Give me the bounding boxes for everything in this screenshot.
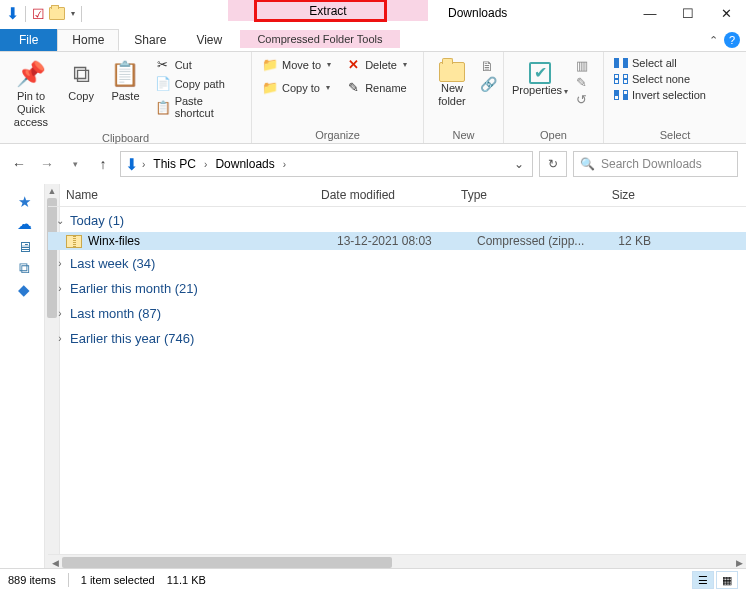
quick-access-toolbar: ⬇ ☑ ▾ (0, 0, 88, 27)
details-view-button[interactable]: ☰ (692, 571, 714, 589)
select-none-button[interactable]: Select none (610, 72, 710, 86)
nav-item-onedrive[interactable]: ☁ (4, 214, 44, 234)
new-folder-button[interactable]: New folder (430, 56, 474, 108)
navigation-pane[interactable]: ★ ☁ 🖥 ⧉ ◆ (0, 184, 48, 570)
breadcrumb-downloads[interactable]: Downloads (211, 157, 278, 171)
address-bar[interactable]: ⬇ › This PC › Downloads › ⌄ (120, 151, 533, 177)
paste-button[interactable]: 📋 Paste (106, 56, 144, 103)
file-type: Compressed (zipp... (477, 234, 595, 248)
group-select: Select all Select none Invert selection … (604, 52, 746, 143)
copy-path-icon: 📄 (155, 76, 171, 91)
tab-share[interactable]: Share (119, 29, 181, 51)
chevron-right-icon[interactable]: › (140, 159, 147, 170)
tab-home[interactable]: Home (57, 29, 119, 51)
folder-move-icon: 📁 (262, 57, 278, 72)
tab-file[interactable]: File (0, 29, 57, 51)
tab-view[interactable]: View (181, 29, 237, 51)
qat-dropdown-icon[interactable]: ▾ (71, 9, 75, 18)
checkmark-icon: ✔ (529, 62, 551, 84)
group-organize: 📁Move to▾ 📁Copy to▾ ✕Delete▾ ✎Rename Org… (252, 52, 424, 143)
chevron-down-icon: ▾ (403, 60, 407, 69)
invert-selection-icon (614, 90, 628, 100)
edit-icon[interactable]: ✎ (576, 75, 588, 90)
collapse-ribbon-icon[interactable]: ⌃ (709, 34, 718, 47)
group-last-month[interactable]: ›Last month (87) (48, 300, 746, 325)
move-to-button[interactable]: 📁Move to▾ (258, 56, 335, 73)
nav-item-this-pc[interactable]: 🖥 (4, 236, 44, 256)
scrollbar-thumb[interactable] (62, 557, 392, 568)
pin-to-quick-access-button[interactable]: 📌 Pin to Quick access (6, 56, 56, 130)
address-dropdown-icon[interactable]: ⌄ (510, 157, 528, 171)
chevron-down-icon: ▾ (327, 60, 331, 69)
downloads-icon: ⬇ (125, 155, 138, 174)
group-today[interactable]: ⌄Today (1) (48, 207, 746, 232)
extract-tab[interactable]: Extract (228, 2, 428, 19)
group-label-organize: Organize (258, 127, 417, 141)
copy-to-button[interactable]: 📁Copy to▾ (258, 79, 335, 96)
breadcrumb-this-pc[interactable]: This PC (149, 157, 200, 171)
delete-button[interactable]: ✕Delete▾ (341, 56, 411, 73)
down-arrow-icon[interactable]: ⬇ (6, 4, 19, 23)
chevron-right-icon[interactable]: › (281, 159, 288, 170)
column-date[interactable]: Date modified (321, 188, 461, 202)
cut-button[interactable]: ✂Cut (151, 56, 245, 73)
separator (81, 6, 82, 22)
file-date: 13-12-2021 08:03 (337, 234, 477, 248)
minimize-button[interactable]: — (632, 2, 668, 24)
maximize-button[interactable]: ☐ (670, 2, 706, 24)
properties-button[interactable]: ✔ Properties▾ (510, 56, 570, 97)
ribbon-right-controls: ⌃ ? (709, 32, 740, 48)
chevron-right-icon[interactable]: › (202, 159, 209, 170)
search-placeholder: Search Downloads (601, 157, 702, 171)
nav-item[interactable]: ◆ (4, 280, 44, 300)
nav-item-quick-access[interactable]: ★ (4, 192, 44, 212)
status-item-count: 889 items (8, 574, 56, 586)
refresh-button[interactable]: ↻ (539, 151, 567, 177)
properties-qat-icon[interactable]: ☑ (32, 6, 45, 22)
search-box[interactable]: 🔍 Search Downloads (573, 151, 738, 177)
ribbon-tabs: File Home Share View Compressed Folder T… (0, 30, 746, 52)
chevron-down-icon: ▾ (564, 87, 568, 96)
copy-path-button[interactable]: 📄Copy path (151, 75, 245, 92)
shortcut-icon: 📋 (155, 100, 171, 115)
chevron-right-icon: › (54, 283, 66, 294)
chevron-right-icon: › (54, 258, 66, 269)
up-button[interactable]: ↑ (92, 153, 114, 175)
large-icons-view-button[interactable]: ▦ (716, 571, 738, 589)
forward-button: → (36, 153, 58, 175)
recent-locations-dropdown[interactable]: ▾ (64, 153, 86, 175)
status-selected-size: 11.1 KB (167, 574, 206, 586)
group-label-open: Open (510, 127, 597, 141)
column-type[interactable]: Type (461, 188, 579, 202)
close-button[interactable]: ✕ (708, 2, 744, 24)
file-row-selected[interactable]: Winx-files 13-12-2021 08:03 Compressed (… (48, 232, 746, 250)
select-all-button[interactable]: Select all (610, 56, 710, 70)
column-name[interactable]: Name (66, 188, 321, 202)
navigation-row: ← → ▾ ↑ ⬇ › This PC › Downloads › ⌄ ↻ 🔍 … (0, 144, 746, 184)
new-folder-qat-icon[interactable] (49, 7, 65, 20)
group-earlier-this-year[interactable]: ›Earlier this year (746) (48, 325, 746, 350)
delete-icon: ✕ (345, 57, 361, 72)
history-icon[interactable]: ↺ (576, 92, 588, 107)
folder-icon (439, 62, 465, 82)
open-icon[interactable]: ▥ (576, 58, 588, 73)
file-size: 12 KB (595, 234, 675, 248)
back-button[interactable]: ← (8, 153, 30, 175)
rename-button[interactable]: ✎Rename (341, 79, 411, 96)
status-bar: 889 items 1 item selected 11.1 KB ☰ ▦ (0, 568, 746, 591)
group-last-week[interactable]: ›Last week (34) (48, 250, 746, 275)
group-open: ✔ Properties▾ ▥ ✎ ↺ Open (504, 52, 604, 143)
new-item-icon[interactable]: 🗎 (480, 58, 497, 74)
chevron-right-icon: › (54, 333, 66, 344)
column-headers: Name Date modified Type Size (48, 184, 746, 207)
paste-shortcut-button[interactable]: 📋Paste shortcut (151, 94, 245, 120)
contextual-tab-group: Extract (228, 0, 428, 21)
nav-item-network[interactable]: ⧉ (4, 258, 44, 278)
group-earlier-this-month[interactable]: ›Earlier this month (21) (48, 275, 746, 300)
invert-selection-button[interactable]: Invert selection (610, 88, 710, 102)
column-size[interactable]: Size (579, 188, 659, 202)
group-clipboard: 📌 Pin to Quick access ⧉ Copy 📋 Paste ✂Cu… (0, 52, 252, 143)
help-icon[interactable]: ? (724, 32, 740, 48)
easy-access-icon[interactable]: 🔗 (480, 76, 497, 92)
copy-button[interactable]: ⧉ Copy (62, 56, 100, 103)
